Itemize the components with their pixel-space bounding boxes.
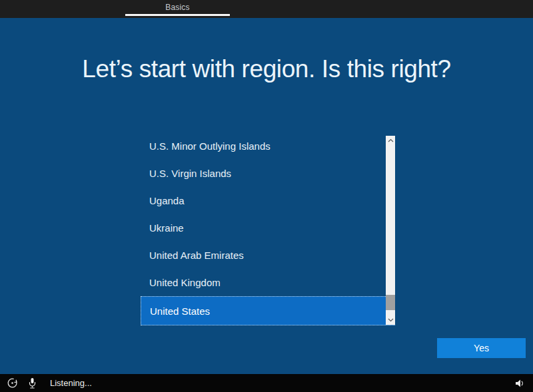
tab-basics-underline (125, 14, 230, 16)
list-item[interactable]: Ukraine (141, 214, 395, 242)
scrollbar[interactable] (386, 136, 395, 325)
tab-basics: Basics (125, 0, 230, 18)
list-item[interactable]: United Kingdom (141, 269, 395, 296)
list-item[interactable]: U.S. Virgin Islands (141, 160, 395, 187)
list-item[interactable]: Uganda (141, 187, 395, 214)
yes-button[interactable]: Yes (437, 338, 526, 358)
region-list[interactable]: U.S. Minor Outlying IslandsU.S. Virgin I… (141, 132, 395, 326)
footer-bar: Listening... (0, 374, 533, 392)
scrollbar-thumb[interactable] (386, 295, 395, 310)
list-item-label: U.S. Virgin Islands (149, 168, 231, 179)
list-item-label: U.S. Minor Outlying Islands (149, 140, 270, 152)
ease-of-access-icon[interactable] (7, 377, 18, 389)
volume-icon[interactable] (514, 379, 525, 388)
list-item-label: United States (150, 305, 210, 317)
list-item[interactable]: United Arab Emirates (141, 242, 395, 269)
list-item[interactable]: U.S. Minor Outlying Islands (141, 132, 395, 160)
region-list-rows: U.S. Minor Outlying IslandsU.S. Virgin I… (141, 132, 395, 325)
listening-status: Listening... (50, 378, 92, 388)
list-item-label: Ukraine (149, 222, 184, 234)
oobe-region-screen: Basics Let’s start with region. Is this … (0, 0, 533, 392)
top-bar: Basics (0, 0, 533, 18)
list-item-label: United Arab Emirates (149, 250, 244, 261)
tab-basics-label: Basics (125, 3, 230, 12)
chevron-down-icon[interactable] (386, 315, 395, 325)
list-item-label: Uganda (149, 195, 185, 206)
list-item-label: United Kingdom (149, 277, 221, 288)
microphone-icon[interactable] (28, 377, 37, 389)
list-item[interactable]: United States (141, 296, 395, 325)
chevron-up-icon[interactable] (386, 136, 395, 145)
page-title: Let’s start with region. Is this right? (0, 55, 533, 83)
